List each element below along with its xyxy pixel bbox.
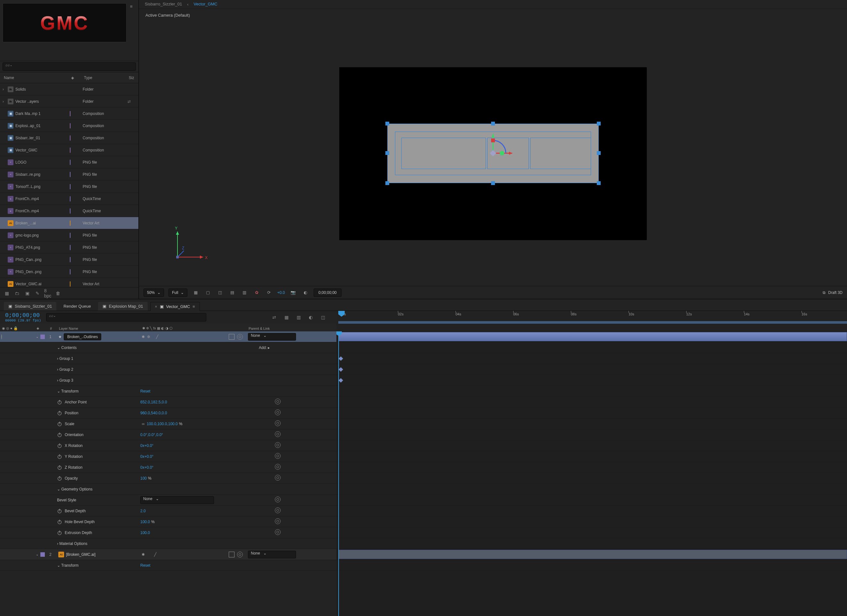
expression-pickwhip-icon[interactable] bbox=[275, 507, 280, 513]
track-row[interactable] bbox=[336, 429, 847, 440]
project-item[interactable]: ▣Vector_GMC Composition bbox=[0, 144, 139, 156]
track-row[interactable] bbox=[336, 408, 847, 419]
project-item[interactable]: ›🖿Solids Folder bbox=[0, 83, 139, 96]
handle[interactable] bbox=[385, 181, 389, 185]
visibility-toggle[interactable] bbox=[1, 334, 2, 339]
3d-gizmo[interactable] bbox=[468, 128, 519, 180]
playhead-line[interactable] bbox=[338, 332, 339, 616]
label-swatch[interactable] bbox=[70, 269, 71, 274]
col-label-icon[interactable]: ◈ bbox=[70, 75, 83, 80]
layer-name-header[interactable]: Layer Name bbox=[58, 327, 142, 330]
timeline-search-input[interactable]: ⌕▾ bbox=[46, 313, 206, 321]
project-item[interactable]: ▫TonsofT..L.png PNG file bbox=[0, 181, 139, 193]
property-value[interactable]: 100.0 bbox=[140, 531, 275, 535]
label-swatch[interactable] bbox=[70, 208, 71, 214]
project-item[interactable]: ▫gmc-logo.png PNG file bbox=[0, 229, 139, 242]
work-area-bar[interactable] bbox=[338, 321, 847, 324]
expression-pickwhip-icon[interactable] bbox=[275, 529, 280, 535]
timeline-tab-4[interactable]: ×▣Vector_GMC≡ bbox=[150, 302, 200, 311]
layer-switches[interactable]: ✱ ✲ ╱ bbox=[142, 335, 209, 339]
layer-duration-bar[interactable] bbox=[338, 332, 847, 341]
project-item[interactable]: ▫LOGO PNG file bbox=[0, 156, 139, 168]
color-mgmt-icon[interactable]: ✿ bbox=[253, 289, 260, 296]
transparency-grid-icon[interactable]: ▦ bbox=[192, 289, 199, 296]
stopwatch-icon[interactable] bbox=[57, 410, 62, 416]
track-row[interactable] bbox=[336, 495, 847, 505]
shape-group[interactable]: › Group 1 bbox=[0, 353, 336, 364]
index-header[interactable]: # bbox=[49, 327, 58, 330]
project-item[interactable]: AiVector_GMC.ai Vector Art bbox=[0, 278, 139, 287]
label-swatch[interactable] bbox=[70, 245, 71, 250]
track-row[interactable] bbox=[336, 538, 847, 549]
project-item[interactable]: ▫FrontCh..mp4 QuickTime bbox=[0, 205, 139, 217]
panel-menu-icon[interactable]: ≡ bbox=[127, 3, 136, 10]
fast-preview-icon[interactable]: ⧉ bbox=[823, 290, 826, 295]
project-item[interactable]: ›🖿Vector ..ayers Folder ⇄ bbox=[0, 96, 139, 108]
label-swatch[interactable] bbox=[70, 136, 71, 140]
project-item[interactable]: ▣Sisbarr..ler_01 Composition bbox=[0, 132, 139, 144]
track-row[interactable] bbox=[336, 516, 847, 527]
expression-pickwhip-icon[interactable] bbox=[275, 497, 280, 503]
keyframe-diamond[interactable] bbox=[339, 367, 343, 372]
timeline-tracks[interactable] bbox=[336, 332, 847, 616]
graph-editor-icon[interactable]: ◫ bbox=[319, 313, 328, 322]
playhead[interactable] bbox=[338, 311, 345, 317]
track-row[interactable] bbox=[336, 462, 847, 473]
frame-blend-icon[interactable]: ▥ bbox=[294, 313, 303, 322]
property-value[interactable]: 960.0,540.0,0.0 bbox=[140, 411, 275, 415]
track-row[interactable] bbox=[336, 473, 847, 484]
shape-group[interactable]: › Group 3 bbox=[0, 375, 336, 386]
grid-guides-icon[interactable]: ▤ bbox=[229, 289, 236, 296]
col-size[interactable]: Siz bbox=[127, 75, 140, 80]
new-comp-icon[interactable]: ▣ bbox=[24, 290, 31, 297]
project-item[interactable]: ▫Sisbarr..re.png PNG file bbox=[0, 168, 139, 181]
label-swatch[interactable] bbox=[70, 257, 71, 262]
project-item[interactable]: AiBroken_...ai Vector Art bbox=[0, 217, 139, 229]
track-row[interactable] bbox=[336, 440, 847, 451]
tab-menu-icon[interactable]: ≡ bbox=[193, 304, 195, 309]
keyframe-diamond[interactable] bbox=[339, 378, 343, 383]
label-swatch[interactable] bbox=[70, 184, 71, 189]
col-type[interactable]: Type bbox=[83, 75, 127, 80]
flow-tab-1[interactable]: Sisbarro_Sizzler_01 bbox=[145, 1, 182, 7]
reset-exposure-icon[interactable]: ⟳ bbox=[265, 289, 273, 296]
property-value[interactable]: 0.0°,0.0°,0.0° bbox=[140, 433, 275, 437]
property-value[interactable]: 0x+0.0° bbox=[140, 454, 275, 459]
snapshot-icon[interactable]: 📷 bbox=[289, 289, 297, 296]
track-row[interactable] bbox=[336, 332, 847, 342]
stopwatch-icon[interactable] bbox=[57, 432, 62, 437]
stopwatch-icon[interactable] bbox=[57, 465, 62, 470]
layer-name[interactable]: [Broken_GMC.ai] bbox=[66, 552, 96, 557]
motion-blur-icon[interactable]: ◐ bbox=[306, 313, 315, 322]
transform-group[interactable]: ⌄ TransformReset bbox=[0, 560, 336, 571]
parent-dropdown[interactable]: None ⌄ bbox=[248, 551, 296, 559]
add-menu-icon[interactable]: ▸ bbox=[268, 345, 270, 350]
geometry-options-group[interactable]: ⌄ Geometry Options bbox=[0, 484, 336, 495]
preview-timecode[interactable]: 0;00;00;00 bbox=[314, 289, 341, 297]
property-value[interactable]: 2.0 bbox=[140, 509, 275, 513]
label-swatch[interactable] bbox=[70, 123, 71, 128]
track-row[interactable] bbox=[336, 451, 847, 462]
composition-viewer[interactable]: X Y Z bbox=[139, 21, 847, 286]
collapse-transform-icon[interactable] bbox=[229, 552, 235, 557]
new-folder-icon[interactable]: 🗀 bbox=[13, 290, 21, 297]
handle[interactable] bbox=[491, 181, 495, 185]
track-row[interactable] bbox=[336, 386, 847, 397]
track-row[interactable] bbox=[336, 419, 847, 429]
parent-dropdown[interactable]: None ⌄ bbox=[248, 333, 296, 340]
track-row[interactable] bbox=[336, 342, 847, 353]
expression-pickwhip-icon[interactable] bbox=[275, 410, 280, 415]
magnification-dropdown[interactable]: 50%⌄ bbox=[143, 289, 164, 297]
interpret-footage-icon[interactable]: ▦ bbox=[3, 290, 10, 297]
label-swatch[interactable] bbox=[70, 196, 71, 201]
timeline-tab-3[interactable]: ▣Explosion Map_01 bbox=[98, 302, 148, 311]
col-name[interactable]: Name bbox=[3, 75, 70, 80]
handle[interactable] bbox=[385, 151, 389, 155]
track-row[interactable] bbox=[336, 560, 847, 571]
handle[interactable] bbox=[597, 181, 601, 185]
pickwhip-icon[interactable] bbox=[237, 334, 243, 340]
resolution-dropdown[interactable]: Full⌄ bbox=[168, 289, 187, 297]
property-value[interactable]: 100% bbox=[140, 476, 275, 480]
property-value[interactable]: 0x+0.0° bbox=[140, 465, 275, 470]
time-ruler[interactable]: 00s02s04s06s08s10s12s14s16s bbox=[336, 311, 847, 333]
